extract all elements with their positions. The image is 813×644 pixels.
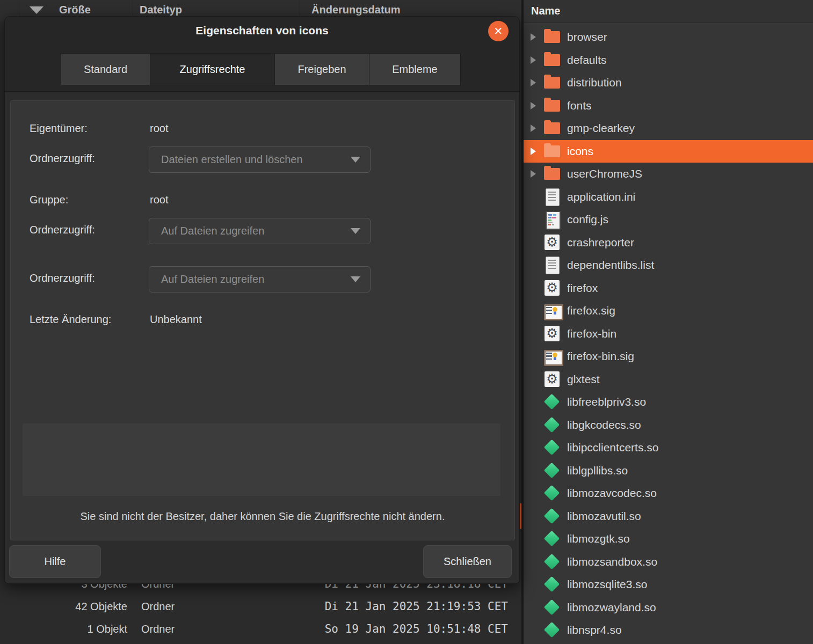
file-name-label: libmozsandbox.so: [567, 555, 657, 568]
file-row-libipcclientcerts.so[interactable]: libipcclientcerts.so: [524, 436, 813, 459]
owner-label: Eigentümer:: [30, 122, 88, 135]
expander-spacer: [531, 513, 536, 520]
last-modified-value: Unbekannt: [150, 313, 202, 326]
shared-library-icon: [544, 507, 560, 526]
file-row-icons[interactable]: icons: [524, 140, 813, 163]
expander-icon[interactable]: [531, 56, 536, 64]
file-row-application.ini[interactable]: application.ini: [524, 186, 813, 208]
column-header-filetype[interactable]: Dateityp: [140, 4, 182, 16]
file-row-fonts[interactable]: fonts: [524, 94, 813, 117]
file-row-libnspr4.so[interactable]: libnspr4.so: [524, 619, 813, 641]
file-name-label: libnspr4.so: [567, 624, 622, 636]
shared-library-icon: [544, 575, 560, 594]
certificate-file-icon: [544, 301, 560, 320]
file-row-browser[interactable]: browser: [524, 26, 813, 48]
column-header-modified[interactable]: Änderungsdatum: [311, 4, 401, 16]
file-row-userChromeJS[interactable]: userChromeJS: [524, 163, 813, 185]
expander-spacer: [531, 558, 536, 566]
gear-glyph: ⚙: [545, 280, 560, 296]
background-file-row[interactable]: 1 ObjektOrdnerSo 19 Jan 2025 10:51:48 CE…: [0, 619, 524, 641]
expander-icon[interactable]: [531, 148, 536, 155]
file-row-firefox-bin.sig[interactable]: firefox-bin.sig: [524, 345, 813, 368]
shared-library-icon: [544, 529, 560, 548]
shared-library-icon: [544, 415, 560, 435]
shared-library-icon: [544, 620, 560, 640]
group-label: Gruppe:: [30, 194, 68, 206]
expander-spacer: [531, 239, 536, 246]
file-row-firefox.sig[interactable]: firefox.sig: [524, 299, 813, 322]
expander-icon[interactable]: [531, 33, 536, 41]
file-row-dependentlibs.list[interactable]: dependentlibs.list: [524, 254, 813, 276]
file-row-liblgpllibs.so[interactable]: liblgpllibs.so: [524, 459, 813, 482]
column-header-size[interactable]: Größe: [59, 4, 91, 16]
file-name-label: firefox: [567, 282, 598, 295]
file-type: Ordner: [141, 601, 175, 613]
object-count: 42 Objekte: [75, 601, 127, 613]
file-name-label: libmozavutil.so: [567, 510, 641, 523]
column-header-name[interactable]: Name: [524, 0, 813, 23]
dialog-tabs: StandardZugriffsrechteFreigebenEmbleme: [61, 53, 461, 85]
file-name-label: glxtest: [567, 373, 600, 386]
file-name-label: firefox-bin: [567, 327, 616, 340]
file-row-libmozsqlite3.so[interactable]: libmozsqlite3.so: [524, 573, 813, 596]
dropdown-value: Auf Dateien zugreifen: [161, 225, 264, 237]
file-row-defaults[interactable]: defaults: [524, 49, 813, 71]
chevron-down-icon: [351, 228, 360, 234]
expander-icon[interactable]: [531, 125, 536, 132]
tab-embleme[interactable]: Embleme: [369, 54, 460, 85]
file-row-libgkcodecs.so[interactable]: libgkcodecs.so: [524, 414, 813, 436]
file-name-label: distribution: [567, 76, 622, 89]
group-value: root: [150, 194, 168, 206]
shared-library-icon: [544, 392, 560, 412]
close-button[interactable]: ✕: [488, 21, 509, 41]
screen: Größe Dateityp Änderungsdatum 3 ObjekteO…: [0, 0, 813, 644]
dialog-title: Eigenschaften von icons: [5, 24, 519, 37]
folder-icon: [544, 27, 560, 47]
tab-zugriffsrechte[interactable]: Zugriffsrechte: [150, 54, 274, 85]
file-row-libmozsandbox.so[interactable]: libmozsandbox.so: [524, 551, 813, 573]
shared-library-icon: [544, 598, 560, 617]
group-folder-access-dropdown[interactable]: Auf Dateien zugreifen: [149, 218, 371, 244]
file-row-libfreeblpriv3.so[interactable]: libfreeblpriv3.so: [524, 391, 813, 413]
permissions-panel: Eigentümer: root Ordnerzugriff: Dateien …: [10, 100, 515, 540]
close-dialog-button[interactable]: Schließen: [423, 545, 512, 578]
close-icon: ✕: [494, 25, 503, 38]
sort-descending-icon[interactable]: [30, 6, 43, 14]
file-row-crashreporter[interactable]: ⚙crashreporter: [524, 231, 813, 254]
expander-spacer: [531, 216, 536, 223]
file-row-distribution[interactable]: distribution: [524, 71, 813, 94]
help-button[interactable]: Hilfe: [9, 545, 101, 578]
tab-standard[interactable]: Standard: [61, 54, 150, 85]
file-name-label: liblgpllibs.so: [567, 464, 628, 477]
background-file-row[interactable]: 42 ObjekteOrdnerDi 21 Jan 2025 21:19:53 …: [0, 596, 524, 619]
owner-folder-access-dropdown[interactable]: Dateien erstellen und löschen: [149, 147, 371, 173]
expander-icon[interactable]: [531, 102, 536, 109]
file-name-label: config.js: [567, 213, 608, 226]
file-name-label: application.ini: [567, 191, 635, 203]
folder-icon: [544, 50, 560, 70]
file-row-glxtest[interactable]: ⚙glxtest: [524, 368, 813, 391]
file-row-config.js[interactable]: config.js: [524, 208, 813, 231]
modified-date: Di 21 Jan 2025 21:19:53 CET: [325, 600, 508, 613]
text-file-icon: [544, 187, 560, 207]
tab-freigeben[interactable]: Freigeben: [275, 54, 369, 85]
folder-icon: [544, 96, 560, 115]
expander-icon[interactable]: [531, 170, 536, 178]
chevron-down-icon: [351, 276, 360, 282]
owner-value: root: [150, 122, 168, 135]
expander-spacer: [531, 284, 536, 292]
file-row-libmozavcodec.so[interactable]: libmozavcodec.so: [524, 482, 813, 504]
expander-icon[interactable]: [531, 79, 536, 86]
expander-spacer: [531, 193, 536, 201]
file-row-libmozwayland.so[interactable]: libmozwayland.so: [524, 596, 813, 619]
file-row-libmozavutil.so[interactable]: libmozavutil.so: [524, 505, 813, 528]
dialog-titlebar[interactable]: Eigenschaften von icons ✕ StandardZugrif…: [5, 17, 519, 92]
file-row-gmp-clearkey[interactable]: gmp-clearkey: [524, 117, 813, 140]
file-row-libmozgtk.so[interactable]: libmozgtk.so: [524, 528, 813, 550]
file-row-firefox[interactable]: ⚙firefox: [524, 277, 813, 299]
certificate-file-icon: [544, 347, 560, 366]
file-row-firefox-bin[interactable]: ⚙firefox-bin: [524, 323, 813, 345]
expander-spacer: [531, 261, 536, 269]
expander-spacer: [531, 398, 536, 406]
others-folder-access-dropdown[interactable]: Auf Dateien zugreifen: [149, 266, 371, 292]
